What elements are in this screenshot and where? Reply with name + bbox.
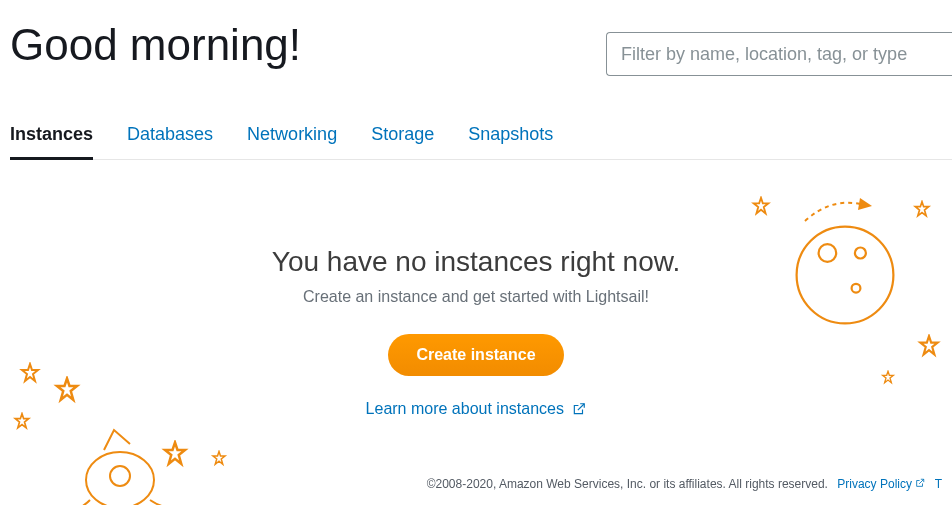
- learn-more-link[interactable]: Learn more about instances: [0, 400, 952, 420]
- footer: ©2008-2020, Amazon Web Services, Inc. or…: [427, 477, 942, 491]
- star-icon: [210, 450, 228, 468]
- star-icon: [912, 200, 932, 220]
- moon-icon: [790, 220, 900, 330]
- star-icon: [916, 334, 942, 360]
- create-instance-button[interactable]: Create instance: [388, 334, 563, 376]
- terms-link[interactable]: T: [935, 477, 942, 491]
- star-icon: [750, 196, 772, 218]
- tab-storage[interactable]: Storage: [371, 124, 434, 159]
- privacy-policy-link[interactable]: Privacy Policy: [837, 477, 928, 491]
- tab-snapshots[interactable]: Snapshots: [468, 124, 553, 159]
- svg-point-5: [110, 466, 130, 486]
- svg-point-4: [86, 452, 154, 505]
- svg-point-0: [797, 227, 894, 324]
- learn-more-label: Learn more about instances: [366, 400, 564, 417]
- tab-instances[interactable]: Instances: [10, 124, 93, 160]
- svg-point-2: [855, 248, 866, 259]
- svg-point-1: [819, 244, 837, 262]
- star-icon: [52, 376, 82, 406]
- search-container: [606, 32, 952, 76]
- rocket-icon: [70, 420, 190, 505]
- footer-copyright: ©2008-2020, Amazon Web Services, Inc. or…: [427, 477, 828, 491]
- star-icon: [12, 412, 32, 432]
- search-input[interactable]: [606, 32, 952, 76]
- tabs-nav: Instances Databases Networking Storage S…: [10, 124, 952, 160]
- external-link-icon: [915, 477, 928, 491]
- star-icon: [880, 370, 896, 386]
- tab-networking[interactable]: Networking: [247, 124, 337, 159]
- star-icon: [18, 362, 42, 386]
- comet-icon: [800, 196, 880, 226]
- svg-point-3: [852, 284, 861, 293]
- privacy-policy-label: Privacy Policy: [837, 477, 912, 491]
- tab-databases[interactable]: Databases: [127, 124, 213, 159]
- external-link-icon: [572, 402, 586, 420]
